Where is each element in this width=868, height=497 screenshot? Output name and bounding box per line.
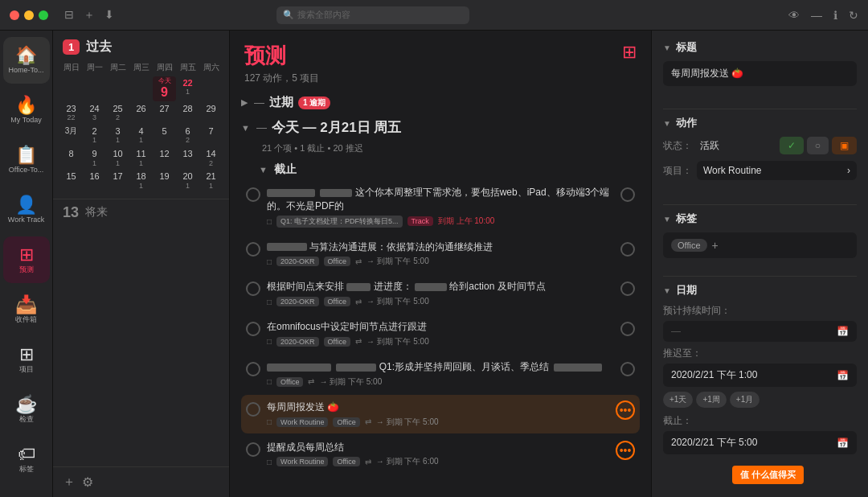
cal-day[interactable]: 12 <box>153 147 176 169</box>
sidebar-item-home[interactable]: 🏠 Home-To... <box>3 37 50 84</box>
cal-day[interactable]: 23 22 <box>59 102 83 124</box>
task-checkbox[interactable] <box>246 322 260 336</box>
status-btn-flag[interactable]: ▣ <box>832 137 857 154</box>
cal-day[interactable]: 15 <box>59 170 83 191</box>
rp-date-toggle[interactable]: ▼ <box>663 286 671 295</box>
task-complete-checkbox[interactable] <box>620 322 635 336</box>
cal-day-today[interactable]: 今天 9 <box>153 76 176 101</box>
task-checkbox[interactable] <box>246 362 260 376</box>
cal-day[interactable]: 16 <box>83 170 106 191</box>
cal-day[interactable]: 21 1 <box>199 170 223 191</box>
cal-day[interactable]: 17 <box>106 170 129 191</box>
cal-day[interactable] <box>83 76 106 101</box>
sidebar-item-tags[interactable]: 🏷 标签 <box>3 436 50 483</box>
defer-shortcut-1month[interactable]: +1月 <box>730 392 760 408</box>
cal-day[interactable]: 7 <box>199 125 223 146</box>
refresh-icon[interactable]: ↻ <box>849 9 858 22</box>
rp-title-toggle[interactable]: ▼ <box>663 43 671 52</box>
calendar-settings-button[interactable]: ⚙ <box>82 474 93 490</box>
cal-day[interactable]: 25 2 <box>106 102 129 124</box>
task-item[interactable]: 这个你本周整理下需求池，要包括web、iPad、移动端3个端的。不光是PDF的 … <box>241 180 640 233</box>
cal-day[interactable]: 20 1 <box>176 170 199 191</box>
task-checkbox[interactable] <box>246 242 260 257</box>
task-checkbox[interactable] <box>246 187 260 202</box>
download-icon[interactable]: ⬇ <box>104 8 114 23</box>
task-complete-checkbox[interactable] <box>620 242 635 257</box>
sidebar-item-officeto[interactable]: 📋 Office-To... <box>3 137 50 183</box>
status-btn-circle[interactable]: ○ <box>807 137 829 154</box>
cal-day[interactable]: 5 <box>153 125 176 146</box>
rp-tags-toggle[interactable]: ▼ <box>663 215 671 224</box>
task-item-weekly-report[interactable]: 每周周报发送 🍅 □ Work Routine Office ⇄ → 到期 下午… <box>241 395 640 433</box>
sidebar-item-projects[interactable]: ⊞ 项目 <box>3 336 50 383</box>
task-action-button[interactable]: ••• <box>616 441 635 460</box>
today-icon: — <box>256 121 267 133</box>
sidebar-toggle-icon[interactable]: ⊟ <box>64 8 74 23</box>
task-complete-checkbox[interactable] <box>620 187 635 202</box>
calendar-add-button[interactable]: ＋ <box>63 474 76 491</box>
cal-day[interactable]: 3 1 <box>106 125 129 146</box>
due-field[interactable]: 2020/2/21 下午 5:00 📅 <box>663 431 857 454</box>
task-complete-checkbox[interactable] <box>620 281 635 296</box>
cal-day[interactable]: 14 2 <box>199 147 223 169</box>
cutoff-section-header[interactable]: ▼ 截止 <box>241 158 640 180</box>
rp-action-toggle[interactable]: ▼ <box>663 119 671 128</box>
search-bar[interactable]: 🔍 搜索全部内容 <box>276 6 469 24</box>
task-action-button[interactable]: ••• <box>616 400 635 420</box>
cal-day[interactable]: 4 1 <box>129 125 153 146</box>
task-item[interactable]: Q1:形成并坚持周回顾、月谈话、季总结 □ Office ⇄ → 到期 下午 5… <box>241 355 640 393</box>
sidebar-item-worktrack[interactable]: 👤 Work Track <box>3 187 50 233</box>
status-btn-check[interactable]: ✓ <box>780 137 804 154</box>
cal-day[interactable]: 11 1 <box>129 147 153 169</box>
cal-day[interactable]: 24 3 <box>83 102 106 124</box>
cal-day[interactable]: 13 <box>176 147 199 169</box>
cal-day[interactable] <box>59 76 83 101</box>
cal-day-22[interactable]: 22 1 <box>176 76 199 101</box>
cal-day[interactable]: 18 1 <box>129 170 153 191</box>
project-select[interactable]: Work Routine › <box>697 161 857 180</box>
rp-title-value[interactable]: 每周周报发送 🍅 <box>663 61 857 86</box>
cal-day[interactable]: 29 <box>199 102 223 124</box>
task-text: 每周周报发送 🍅 <box>267 400 609 414</box>
sidebar-item-forecast[interactable]: ⊞ 预测 <box>3 236 50 283</box>
add-icon[interactable]: ＋ <box>84 8 95 23</box>
info-icon[interactable]: ℹ <box>833 9 837 22</box>
overdue-section-header[interactable]: ▶ — 过期 1 逾期 <box>241 90 640 113</box>
cal-day[interactable] <box>129 76 153 101</box>
cal-day[interactable]: 3月 <box>59 125 83 146</box>
cal-day[interactable]: 8 <box>59 147 83 169</box>
sidebar-item-inspect[interactable]: ☕ 检查 <box>3 386 50 433</box>
cal-day[interactable]: 10 1 <box>106 147 129 169</box>
close-button[interactable] <box>10 10 19 20</box>
task-item[interactable]: 在omnifocus中设定时间节点进行跟进 □ 2020-OKR Office … <box>241 314 640 353</box>
minus-icon[interactable]: — <box>811 9 822 22</box>
cal-day[interactable]: 2 1 <box>83 125 106 146</box>
cal-day[interactable]: 27 <box>153 102 176 124</box>
task-item-reminder[interactable]: 提醒成员每周总结 □ Work Routine Office ⇄ → 到期 下午… <box>241 435 640 474</box>
cal-day[interactable]: 26 <box>129 102 153 124</box>
cal-day[interactable]: 6 2 <box>176 125 199 146</box>
minimize-button[interactable] <box>24 10 34 20</box>
cal-day[interactable] <box>199 76 223 101</box>
maximize-button[interactable] <box>39 10 48 20</box>
cal-day[interactable]: 28 <box>176 102 199 124</box>
cal-day[interactable] <box>106 76 129 101</box>
task-complete-checkbox[interactable] <box>620 362 635 376</box>
eye-icon[interactable]: 👁 <box>788 9 800 22</box>
defer-field[interactable]: 2020/2/21 下午 1:00 📅 <box>663 364 857 387</box>
task-checkbox[interactable] <box>246 281 260 296</box>
today-section-header[interactable]: ▼ — 今天 — 2月21日 周五 <box>241 113 640 140</box>
duration-field[interactable]: — 📅 <box>663 321 857 342</box>
cal-day[interactable]: 9 1 <box>83 147 106 169</box>
tag-add-button[interactable]: + <box>712 239 719 252</box>
task-checkbox[interactable] <box>246 442 260 457</box>
task-item[interactable]: 根据时间点来安排 进进度： 给到action 及时间节点 □ 2020-OKR … <box>241 274 640 313</box>
task-checkbox[interactable] <box>246 402 260 417</box>
defer-shortcut-1week[interactable]: +1周 <box>696 392 726 408</box>
cal-day[interactable]: 19 <box>153 170 176 191</box>
task-item[interactable]: 与算法沟通进展：依据算法的沟通继续推进 □ 2020-OKR Office ⇄ … <box>241 235 640 273</box>
sidebar-item-mytoday[interactable]: 🔥 My Today <box>3 87 50 133</box>
sidebar-item-inbox[interactable]: 📥 收件箱 <box>3 286 50 333</box>
forecast-grid-icon[interactable]: ⊞ <box>622 42 637 63</box>
defer-shortcut-1day[interactable]: +1天 <box>663 392 693 408</box>
